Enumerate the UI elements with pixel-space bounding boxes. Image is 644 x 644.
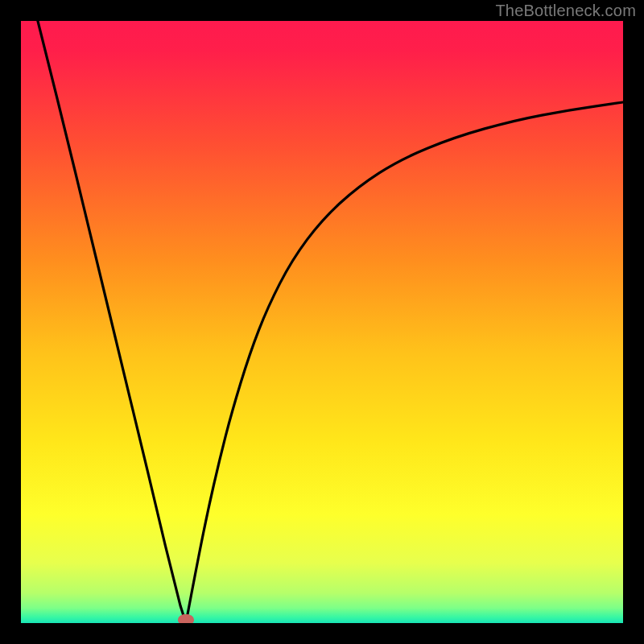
plot-area: [21, 21, 623, 623]
svg-rect-0: [21, 21, 623, 623]
watermark-text: TheBottleneck.com: [495, 2, 636, 20]
outer-frame: TheBottleneck.com: [0, 0, 644, 644]
background-gradient: [21, 21, 623, 623]
